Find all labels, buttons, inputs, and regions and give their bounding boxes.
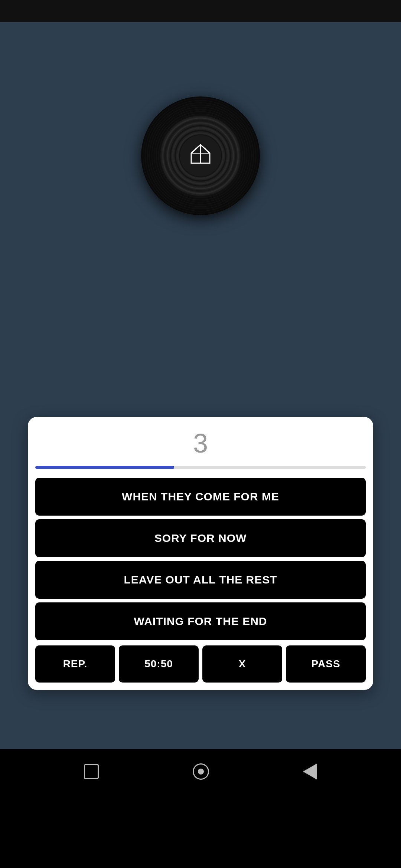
answer-button-4[interactable]: WAITING FOR THE END (35, 602, 366, 640)
progress-bar-container (35, 466, 366, 469)
circle-icon (193, 763, 209, 780)
action-buttons-group: REP. 50:50 X PASS (35, 645, 366, 683)
recent-apps-button[interactable] (84, 764, 99, 779)
answer-button-1[interactable]: WHEN THEY COME FOR ME (35, 478, 366, 516)
status-bar (0, 0, 401, 22)
answer-button-2[interactable]: SORY FOR NOW (35, 519, 366, 557)
progress-bar-fill (35, 466, 174, 469)
navigation-bar (0, 749, 401, 794)
vinyl-disc (141, 96, 260, 215)
fifty-fifty-button[interactable]: 50:50 (119, 645, 199, 683)
vinyl-label (180, 135, 221, 176)
pass-button[interactable]: PASS (286, 645, 366, 683)
main-background: 3 WHEN THEY COME FOR ME SORY FOR NOW LEA… (0, 22, 401, 749)
question-number: 3 (35, 428, 366, 458)
rep-button[interactable]: REP. (35, 645, 115, 683)
answer-button-3[interactable]: LEAVE OUT ALL THE REST (35, 561, 366, 599)
square-icon (84, 764, 99, 779)
back-button[interactable] (303, 763, 317, 780)
home-button[interactable] (193, 763, 209, 780)
answer-buttons-group: WHEN THEY COME FOR ME SORY FOR NOW LEAVE… (35, 478, 366, 640)
quiz-card: 3 WHEN THEY COME FOR ME SORY FOR NOW LEA… (28, 417, 373, 690)
app-logo-icon (188, 143, 213, 169)
x-button[interactable]: X (202, 645, 282, 683)
vinyl-record-container (141, 96, 260, 215)
back-icon (303, 763, 317, 780)
